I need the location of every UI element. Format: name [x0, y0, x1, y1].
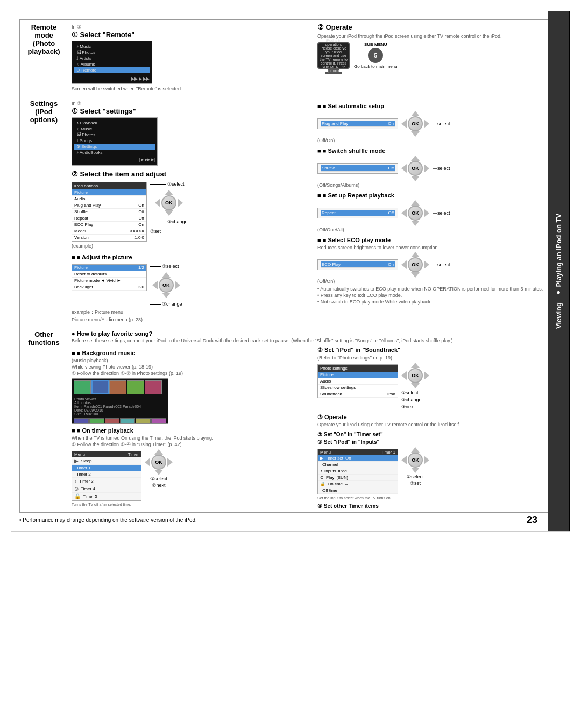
nav-left-4[interactable]: [401, 164, 407, 173]
ipod-options-table: iPod options Picture Audio Plug and Play…: [72, 180, 147, 250]
ok-btn-2[interactable]: OK: [159, 278, 174, 293]
nav-top-t2[interactable]: [411, 447, 420, 453]
eco-bullets: • Automatically switches to ECO play mod…: [317, 286, 558, 305]
nav-mid-4: OK: [401, 161, 429, 176]
nav-top-6[interactable]: [411, 252, 420, 257]
nav-bot-s[interactable]: [411, 383, 420, 388]
dpad-6[interactable]: OK: [401, 252, 429, 278]
dpad-soundtrack[interactable]: OK: [401, 363, 429, 388]
ok-btn-1[interactable]: OK: [161, 195, 176, 210]
nav-mid-t1: OK: [145, 455, 173, 470]
sm-songs: ♩ Songs: [74, 138, 155, 144]
soundtrack-audio: Audio: [318, 378, 398, 385]
nav-top-5[interactable]: [411, 200, 420, 206]
nav-bot-t1[interactable]: [154, 470, 163, 475]
other-two-col: ■ Background music (Music playback) Whil…: [72, 347, 558, 509]
step-select-1: ①select: [150, 181, 188, 187]
sub-menu-circle[interactable]: 5: [368, 48, 383, 63]
soundtrack-title: ② Set "iPod" in "Soundtrack": [317, 347, 558, 354]
nav-left-t2[interactable]: [401, 456, 407, 464]
nav-left-1[interactable]: [155, 199, 160, 207]
ok-btn-4[interactable]: OK: [408, 161, 423, 176]
nav-right-4[interactable]: [424, 164, 429, 173]
remote-menu-albums: ♫ Albums: [74, 61, 150, 67]
ok-btn-3[interactable]: OK: [408, 116, 423, 131]
nav-right-3[interactable]: [424, 119, 429, 128]
eco-row: ECO PlayOn: [321, 261, 395, 268]
ok-btn-s[interactable]: OK: [408, 368, 423, 383]
dpad-1[interactable]: OK: [150, 190, 188, 216]
ok-btn-t2[interactable]: OK: [408, 453, 423, 468]
nav-left-3[interactable]: [401, 119, 407, 128]
nav-left-5[interactable]: [401, 209, 407, 217]
eco-section: ■ Select ECO play mode Reduces screen br…: [317, 237, 558, 305]
timer-note-left: Turns the TV off after selected time.: [72, 503, 141, 506]
nav-right-s[interactable]: [424, 371, 429, 380]
sm-settings: ⚙ Settings: [74, 144, 155, 150]
soundtrack-pic: Picture: [318, 372, 398, 378]
nav-right-1[interactable]: [178, 199, 183, 207]
step-set-1: ③set: [150, 229, 188, 234]
other-col-left: ■ Background music (Music playback) Whil…: [72, 347, 312, 509]
picture-note-1: example：Picture menu: [72, 309, 312, 316]
eco-bullet-3: • Not switch to ECO play mode While vide…: [317, 299, 558, 305]
thumb2-4: [120, 418, 135, 424]
dpad-5[interactable]: OK: [401, 200, 429, 226]
table-row-audio: Audio: [72, 196, 146, 202]
nav-bot-4[interactable]: [411, 176, 420, 181]
adjust-picture-section: ■ Adjust the picture Picture1/2 Reset to…: [72, 254, 312, 322]
shuffle-section: ■ Switch shuffle mode ShuffleOff OK: [317, 147, 558, 188]
nav-top-4[interactable]: [411, 156, 420, 161]
nav-top-1[interactable]: [165, 190, 173, 195]
footnote: • Performance may change depending on th…: [19, 517, 562, 523]
nav-bot-1[interactable]: [165, 210, 173, 216]
dpad-3[interactable]: OK: [401, 111, 429, 137]
thumb-5: [145, 380, 162, 394]
nav-left-2[interactable]: [152, 281, 158, 289]
nav-top-2[interactable]: [162, 272, 171, 278]
settings-screen: ♪ Playback ♫ Music 🖼 Photos ♩ Songs ⚙ Se…: [72, 117, 158, 166]
s-next: ③next: [401, 404, 429, 409]
nav-top-t1[interactable]: [154, 449, 163, 455]
other-functions-row: Other functions ● How to play favorite s…: [20, 327, 562, 513]
dpad-timer-1[interactable]: OK: [145, 449, 173, 475]
settings-col-right: ■ Set automatic setup Plug and PlayOn: [317, 100, 558, 323]
nav-right-6[interactable]: [424, 260, 429, 269]
nav-mid-2: OK: [152, 278, 180, 293]
nav-top-s[interactable]: [411, 363, 420, 368]
nav-mid-6: OK: [401, 257, 429, 272]
nav-right-2[interactable]: [175, 281, 180, 289]
remote-col-left: In ② ① Select "Remote" ♪ Music 🖼 Photos …: [72, 23, 312, 93]
adjust-picture-title: ■ Adjust the picture: [72, 254, 312, 260]
nav-bot-t2[interactable]: [411, 468, 420, 473]
nav-top-3[interactable]: [411, 111, 420, 116]
nav-right-5[interactable]: [424, 209, 429, 217]
nav-left-6[interactable]: [401, 260, 407, 269]
background-title: ■ Background music: [72, 350, 312, 356]
dpad-2[interactable]: OK: [150, 272, 182, 298]
thumb2-5: [136, 418, 151, 424]
dpad-4[interactable]: OK: [401, 156, 429, 181]
dpad-timer-2[interactable]: OK: [401, 447, 429, 473]
ok-btn-t1[interactable]: OK: [151, 455, 166, 470]
nav-bot-2[interactable]: [162, 293, 171, 298]
nav-left-t1[interactable]: [145, 458, 150, 467]
eco-select-label: —select: [433, 262, 450, 267]
tr-set-label: ②set: [410, 480, 421, 486]
right-sidebar: Viewing ● Playing an iPod on TV: [548, 11, 570, 531]
nav-right-t1[interactable]: [167, 458, 173, 467]
ok-btn-6[interactable]: OK: [408, 257, 423, 272]
repeat-sub: (Off/One/All): [317, 227, 558, 232]
nav-bot-6[interactable]: [411, 272, 420, 278]
nav-right-t2[interactable]: [424, 456, 429, 464]
repeat-select-label: —select: [433, 210, 450, 216]
repeat-screen: RepeatOff: [317, 208, 398, 218]
timer-title: ■ On timer playback: [72, 427, 312, 434]
timer-screen-left: MenuTimer ▶Sleep Timer 1 Timer 2 ♪Timer …: [72, 449, 141, 506]
timer-set2: ② Set "On" in "Timer set": [317, 432, 558, 437]
nav-bot-3[interactable]: [411, 131, 420, 137]
ok-btn-5[interactable]: OK: [408, 206, 423, 221]
nav-bot-5[interactable]: [411, 221, 420, 226]
nav-left-s[interactable]: [401, 371, 407, 380]
timer-screen-right: MenuTimer 1 ▶Timer setOn Channel ♪Inputs…: [317, 447, 398, 500]
